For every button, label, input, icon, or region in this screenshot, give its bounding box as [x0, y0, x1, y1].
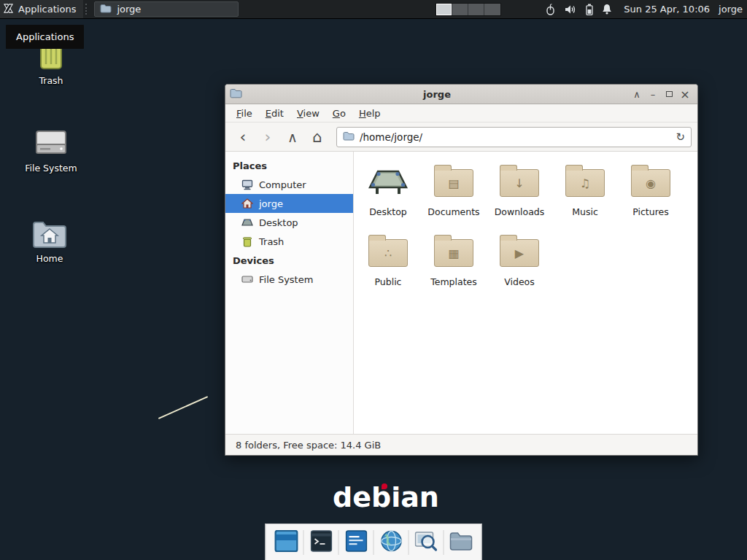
- file-label: Templates: [421, 276, 487, 287]
- sidebar-devices-header: Devices: [225, 251, 353, 270]
- file-item-desktop[interactable]: Desktop: [355, 158, 421, 228]
- file-manager-window: jorge ∧ – × File Edit View Go Help ‹ › ∧…: [225, 84, 698, 456]
- drive-icon: [15, 122, 88, 159]
- desktop-icon-label: File System: [15, 163, 88, 174]
- menu-view[interactable]: View: [290, 106, 326, 121]
- folder-icon: ▶: [500, 239, 539, 267]
- video-emblem: ▶: [500, 240, 538, 266]
- file-label: Desktop: [355, 206, 421, 217]
- sidebar-item-computer[interactable]: Computer: [225, 175, 353, 194]
- show-desktop-icon: [274, 530, 298, 554]
- battery-icon[interactable]: [586, 4, 593, 15]
- sidebar-item-desktop[interactable]: Desktop: [225, 213, 353, 232]
- notifications-icon[interactable]: [602, 4, 612, 15]
- taskbar-window-title: jorge: [117, 4, 141, 15]
- panel-user-menu[interactable]: jorge: [719, 4, 743, 15]
- sidebar-item-trash[interactable]: Trash: [225, 232, 353, 251]
- app-finder-icon: [415, 530, 438, 554]
- menu-help[interactable]: Help: [352, 106, 387, 121]
- sidebar-item-jorge[interactable]: jorge: [225, 194, 353, 213]
- titlebar[interactable]: jorge ∧ – ×: [225, 85, 697, 104]
- folder-icon: ∴: [368, 239, 408, 267]
- dock-app-finder[interactable]: [409, 526, 444, 559]
- desktop-icon: [241, 218, 253, 227]
- file-manager-icon: [449, 532, 473, 553]
- workspace-1[interactable]: [436, 4, 452, 15]
- folder-icon: ▤: [434, 169, 473, 197]
- folder-icon: ◉: [631, 169, 670, 197]
- desktop-icon-file-system[interactable]: File System: [15, 122, 88, 174]
- sidebar-item-label: Trash: [259, 236, 284, 247]
- workspace-2[interactable]: [452, 4, 468, 15]
- window-title: jorge: [245, 89, 629, 100]
- menu-edit[interactable]: Edit: [259, 106, 290, 121]
- path-bar[interactable]: /home/jorge/ ↻: [336, 127, 692, 147]
- menubar: File Edit View Go Help: [225, 104, 697, 122]
- trash-icon: [241, 236, 253, 247]
- panel-grip[interactable]: [85, 4, 90, 15]
- desktop-icon-label: Home: [13, 253, 86, 264]
- home-button[interactable]: ⌂: [306, 126, 329, 148]
- system-tray: [545, 4, 612, 15]
- workspace-4[interactable]: [484, 4, 500, 15]
- file-item-downloads[interactable]: ↓ Downloads: [487, 158, 552, 228]
- folder-icon: ♫: [565, 169, 605, 197]
- volume-icon[interactable]: [565, 4, 577, 15]
- desktop-folder-icon: [355, 162, 421, 204]
- home-icon: [241, 198, 253, 209]
- applications-menu-button[interactable]: Applications: [0, 0, 83, 18]
- taskbar-window-button[interactable]: jorge: [94, 1, 239, 17]
- file-item-videos[interactable]: ▶ Videos: [487, 228, 552, 298]
- reload-button[interactable]: ↻: [676, 131, 685, 144]
- up-button[interactable]: ∧: [281, 126, 304, 148]
- debian-logo-text: debian: [333, 481, 439, 513]
- file-item-public[interactable]: ∴ Public: [355, 228, 421, 298]
- maximize-button[interactable]: [661, 87, 677, 102]
- file-label: Pictures: [618, 206, 684, 217]
- sidebar: Places Computer jorge Desktop: [225, 152, 354, 434]
- download-emblem: ↓: [500, 170, 538, 196]
- file-item-documents[interactable]: ▤ Documents: [421, 158, 487, 228]
- applications-label: Applications: [18, 4, 76, 15]
- dock-web-browser[interactable]: [374, 526, 409, 559]
- forward-button[interactable]: ›: [256, 126, 279, 148]
- workspace-3[interactable]: [468, 4, 484, 15]
- menu-go[interactable]: Go: [326, 106, 352, 121]
- folder-icon: ↓: [500, 169, 539, 197]
- file-label: Downloads: [487, 206, 552, 217]
- dock-terminal[interactable]: [304, 526, 338, 559]
- desktop-icon-label: Trash: [15, 75, 88, 86]
- minimize-button[interactable]: –: [645, 87, 661, 102]
- panel-clock[interactable]: Sun 25 Apr, 10:06: [624, 4, 710, 15]
- sidebar-item-label: Computer: [259, 179, 306, 190]
- file-item-pictures[interactable]: ◉ Pictures: [618, 158, 684, 228]
- applications-icon: [3, 3, 14, 16]
- template-emblem: ▦: [435, 240, 473, 266]
- pathbar-folder-icon: [343, 131, 355, 143]
- home-folder-icon: [13, 213, 86, 249]
- file-item-music[interactable]: ♫ Music: [552, 158, 618, 228]
- share-emblem: ∴: [369, 240, 407, 266]
- close-button[interactable]: ×: [677, 87, 693, 102]
- file-label: Videos: [487, 276, 552, 287]
- folder-icon: ▦: [434, 239, 473, 267]
- camera-emblem: ◉: [632, 170, 670, 196]
- workspace-pager: [436, 3, 501, 16]
- music-emblem: ♫: [566, 170, 604, 196]
- desktop-icon-home[interactable]: Home: [13, 213, 86, 264]
- wallpaper-line-artifact: [158, 396, 208, 419]
- dock-show-desktop[interactable]: [269, 526, 303, 559]
- back-button[interactable]: ‹: [231, 126, 255, 148]
- file-view: Desktop ▤ Documents ↓ Downloads ♫ Music …: [354, 152, 697, 434]
- document-emblem: ▤: [435, 170, 473, 196]
- shade-button[interactable]: ∧: [629, 87, 645, 102]
- dock-terminal-settings[interactable]: [339, 526, 374, 559]
- maximize-icon: [666, 91, 673, 97]
- file-item-templates[interactable]: ▦ Templates: [421, 228, 487, 298]
- sidebar-item-label: File System: [259, 274, 313, 285]
- mouse-icon[interactable]: [545, 4, 556, 15]
- sidebar-item-file-system[interactable]: File System: [225, 270, 353, 289]
- debian-logo: debian: [333, 481, 439, 513]
- dock-file-manager[interactable]: [444, 526, 479, 559]
- menu-file[interactable]: File: [230, 106, 259, 121]
